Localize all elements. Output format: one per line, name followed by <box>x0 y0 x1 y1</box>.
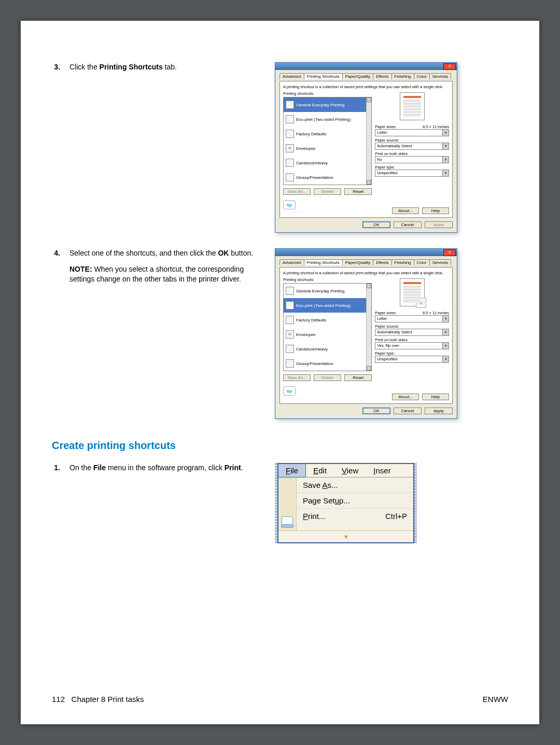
paper-sizes-label: Paper sizes:8.5 × 11 inches <box>375 311 449 315</box>
paper-sizes-combo[interactable]: Letter <box>375 129 449 136</box>
menu-item-print[interactable]: Print...Ctrl+P <box>297 508 413 524</box>
menu-view[interactable]: View <box>334 464 366 477</box>
create-printing-shortcuts-heading: Create printing shortcuts <box>52 440 508 452</box>
step-3-number: 3. <box>52 62 60 72</box>
page-preview <box>400 92 425 120</box>
delete-button: Delete <box>314 374 341 381</box>
tab-paper-quality[interactable]: Paper/Quality <box>342 259 373 265</box>
tab-advanced[interactable]: Advanced <box>279 73 304 79</box>
apply-button[interactable]: Apply <box>425 407 453 414</box>
tab-printing-shortcuts[interactable]: Printing Shortcuts <box>304 73 343 79</box>
paper-source-combo[interactable]: Automatically Select <box>375 143 449 150</box>
tab-paper-quality[interactable]: Paper/Quality <box>342 73 373 79</box>
shortcuts-list-label: Printing shortcuts: <box>283 91 372 96</box>
tab-finishing[interactable]: Finishing <box>391 259 414 265</box>
print-both-sides-combo[interactable]: No <box>375 156 449 163</box>
close-icon[interactable]: X <box>443 63 456 70</box>
shortcut-item[interactable]: Factory Defaults <box>284 126 366 141</box>
step-1-row: 1. On the File menu in the software prog… <box>52 463 508 543</box>
cancel-button[interactable]: Cancel <box>394 221 422 228</box>
tab-effects[interactable]: Effects <box>373 259 391 265</box>
shortcut-item[interactable]: Envelopes <box>284 141 366 156</box>
print-both-sides-label: Print on both sides: <box>375 151 449 156</box>
shortcut-label: Factory Defaults <box>296 132 326 136</box>
reset-button[interactable]: Reset <box>344 188 372 195</box>
paper-sizes-combo[interactable]: Letter <box>375 315 449 322</box>
shortcuts-list-label: Printing shortcuts: <box>283 277 372 282</box>
menu-item-label: Save As... <box>303 481 338 489</box>
shortcut-item[interactable]: Factory Defaults <box>284 313 366 327</box>
cancel-button[interactable]: Cancel <box>394 407 422 414</box>
shortcut-label: Envelopes <box>296 332 315 337</box>
shortcut-label: Eco-print (Two-sided Printing) <box>296 117 351 122</box>
ok-button[interactable]: OK <box>362 407 390 414</box>
scrollbar[interactable] <box>366 284 371 371</box>
shortcut-icon <box>286 115 294 123</box>
menu-expand-chevron-icon[interactable]: ▾ <box>278 530 413 542</box>
dialog-titlebar[interactable]: X <box>275 63 457 70</box>
shortcut-item[interactable]: General Everyday Printing <box>284 97 366 112</box>
paper-type-combo[interactable]: Unspecified <box>375 170 449 177</box>
duplex-flip-icon: ↻ <box>416 298 426 308</box>
delete-button: Delete <box>314 188 341 195</box>
menu-inser[interactable]: Inser <box>366 464 398 477</box>
shortcut-icon <box>286 287 294 295</box>
scrollbar[interactable] <box>366 97 371 185</box>
dialog-titlebar[interactable]: X <box>275 249 457 256</box>
reset-button[interactable]: Reset <box>344 374 372 381</box>
step-4-number: 4. <box>52 248 60 284</box>
help-button[interactable]: Help <box>422 393 449 400</box>
print-both-sides-combo[interactable]: Yes, flip over <box>375 342 449 349</box>
shortcut-item[interactable]: Glossy/Presentation <box>284 356 366 371</box>
apply-button: Apply <box>425 221 453 228</box>
step-1-number: 1. <box>52 463 60 473</box>
about-button[interactable]: About... <box>392 393 419 400</box>
menu-item-shortcut: Ctrl+P <box>385 512 407 521</box>
step-3-row: 3. Click the Printing Shortcuts tab. XAd… <box>52 62 508 233</box>
tab-color[interactable]: Color <box>414 73 430 79</box>
shortcuts-list[interactable]: General Everyday PrintingEco-print (Two-… <box>283 283 372 371</box>
file-dropdown: Save As...Page Setup...Print...Ctrl+P <box>278 477 413 530</box>
shortcut-item[interactable]: Cardstock/Heavy <box>284 342 366 356</box>
tab-color[interactable]: Color <box>414 259 430 265</box>
shortcut-item[interactable]: Cardstock/Heavy <box>284 156 366 170</box>
tab-effects[interactable]: Effects <box>373 73 391 79</box>
step-1-text: On the File menu in the software program… <box>69 463 259 473</box>
tab-services[interactable]: Services <box>429 73 452 79</box>
menubar: FileEditViewInser <box>278 464 413 477</box>
paper-source-label: Paper source: <box>375 324 449 329</box>
menu-item-save-as[interactable]: Save As... <box>297 477 413 493</box>
tab-printing-shortcuts[interactable]: Printing Shortcuts <box>304 259 343 265</box>
step-4-text: Select one of the shortcuts, and then cl… <box>69 248 259 284</box>
ok-button[interactable]: OK <box>362 221 390 228</box>
shortcut-item[interactable]: Eco-print (Two-sided Printing) <box>284 112 366 126</box>
tab-finishing[interactable]: Finishing <box>391 73 414 79</box>
shortcut-label: General Everyday Printing <box>296 103 344 107</box>
shortcuts-list[interactable]: General Everyday PrintingEco-print (Two-… <box>283 97 372 185</box>
print-both-sides-label: Print on both sides: <box>375 338 449 342</box>
menu-edit[interactable]: Edit <box>306 464 334 477</box>
about-button[interactable]: About... <box>392 207 419 214</box>
dots-icon: · · · · · <box>283 396 303 400</box>
tab-services[interactable]: Services <box>429 259 452 265</box>
paper-type-label: Paper type: <box>375 351 449 356</box>
shortcut-item[interactable]: Eco-print (Two-sided Printing) <box>284 298 366 313</box>
paper-source-combo[interactable]: Automatically Select <box>375 329 449 336</box>
close-icon[interactable]: X <box>443 249 456 256</box>
tab-advanced[interactable]: Advanced <box>279 259 304 265</box>
menu-file[interactable]: File <box>278 463 306 477</box>
shortcut-description: A printing shortcut is a collection of s… <box>283 271 449 275</box>
shortcut-item[interactable]: Glossy/Presentation <box>284 170 366 185</box>
help-button[interactable]: Help <box>422 207 449 214</box>
paper-type-combo[interactable]: Unspecified <box>375 356 449 363</box>
menu-icon-gutter <box>278 477 297 530</box>
menu-item-label: Print... <box>303 512 325 521</box>
hp-logo: hp <box>283 386 296 396</box>
tabstrip: AdvancedPrinting ShortcutsPaper/QualityE… <box>279 73 453 79</box>
step-4-row: 4. Select one of the shortcuts, and then… <box>52 248 508 419</box>
menu-item-page-setup[interactable]: Page Setup... <box>297 493 413 508</box>
shortcut-item[interactable]: Envelopes <box>284 327 366 342</box>
shortcut-item[interactable]: General Everyday Printing <box>284 284 366 298</box>
paper-sizes-label: Paper sizes:8.5 × 11 inches <box>375 124 449 129</box>
save-as-button: Save As... <box>283 188 311 195</box>
